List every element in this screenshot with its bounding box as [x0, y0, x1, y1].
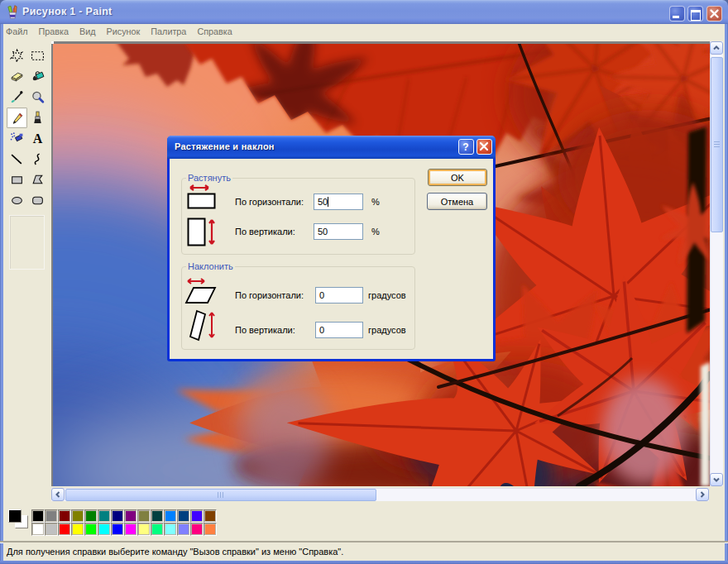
svg-text:?: ? [462, 141, 468, 153]
svg-text:A: A [33, 131, 43, 146]
